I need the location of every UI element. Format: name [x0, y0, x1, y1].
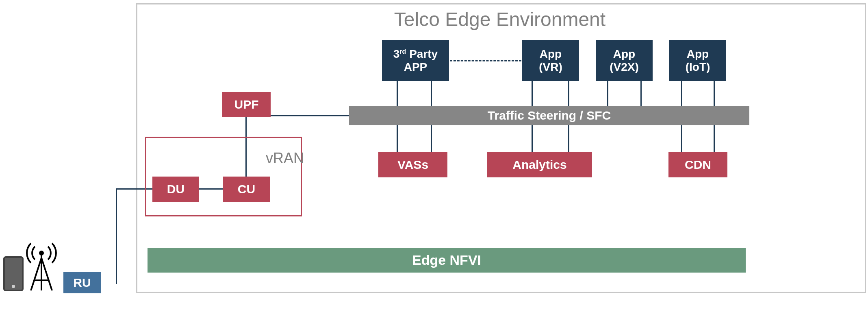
label: (VR) — [539, 61, 562, 73]
traffic-steering-box: Traffic Steering / SFC — [349, 106, 749, 125]
vass-box: VASs — [378, 152, 447, 177]
cu-box: CU — [223, 177, 270, 202]
label: App — [687, 48, 709, 60]
app-v2x-box: App(V2X) — [596, 40, 653, 81]
connector — [271, 115, 349, 116]
cell-tower-icon — [25, 242, 58, 290]
edge-nfvi-box: Edge NFVI — [148, 248, 746, 273]
ru-box: RU — [63, 272, 101, 293]
label: (IoT) — [686, 61, 710, 73]
svg-line-1 — [31, 258, 41, 290]
label: Party — [406, 48, 438, 60]
upf-box: UPF — [222, 92, 271, 117]
svg-point-4 — [40, 251, 43, 255]
label: APP — [404, 61, 427, 73]
label: 3 — [393, 48, 400, 60]
label: (V2X) — [610, 61, 639, 73]
app-iot-box: App(IoT) — [669, 40, 726, 81]
svg-line-2 — [41, 258, 52, 290]
vran-label: vRAN — [266, 150, 304, 167]
third-party-app-box: 3rd Party APP — [382, 40, 449, 81]
diagram-title: Telco Edge Environment — [284, 8, 715, 31]
label: App — [613, 48, 635, 60]
label: App — [540, 48, 562, 60]
cdn-box: CDN — [668, 152, 727, 177]
label: rd — [399, 48, 406, 55]
connector-dashed — [450, 60, 521, 61]
phone-icon — [3, 256, 24, 291]
analytics-box: Analytics — [487, 152, 592, 177]
app-vr-box: App(VR) — [522, 40, 579, 81]
connector — [640, 81, 642, 106]
du-box: DU — [152, 177, 199, 202]
connector — [607, 81, 608, 106]
